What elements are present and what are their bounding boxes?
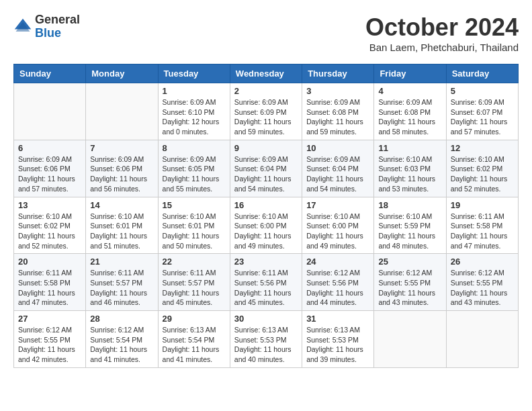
day-number: 16 [234, 200, 298, 210]
logo-icon [13, 17, 32, 36]
calendar-cell: 14Sunrise: 6:10 AM Sunset: 6:01 PM Dayli… [86, 197, 158, 254]
day-info: Sunrise: 6:10 AM Sunset: 5:59 PM Dayligh… [378, 212, 441, 251]
day-number: 14 [90, 200, 153, 210]
calendar-cell: 5Sunrise: 6:09 AM Sunset: 6:07 PM Daylig… [446, 83, 518, 140]
day-info: Sunrise: 6:12 AM Sunset: 5:55 PM Dayligh… [18, 325, 81, 365]
calendar-cell: 16Sunrise: 6:10 AM Sunset: 6:00 PM Dayli… [230, 197, 302, 254]
calendar-cell: 23Sunrise: 6:11 AM Sunset: 5:56 PM Dayli… [230, 254, 302, 311]
day-info: Sunrise: 6:11 AM Sunset: 5:57 PM Dayligh… [90, 268, 153, 308]
day-info: Sunrise: 6:09 AM Sunset: 6:08 PM Dayligh… [378, 97, 441, 137]
weekday-header-saturday: Saturday [446, 64, 518, 83]
day-info: Sunrise: 6:11 AM Sunset: 5:58 PM Dayligh… [18, 268, 81, 308]
calendar-cell: 2Sunrise: 6:09 AM Sunset: 6:09 PM Daylig… [230, 83, 302, 140]
calendar-cell: 15Sunrise: 6:10 AM Sunset: 6:01 PM Dayli… [158, 197, 230, 254]
day-number: 24 [306, 257, 369, 267]
day-number: 2 [234, 86, 298, 96]
calendar-cell: 17Sunrise: 6:10 AM Sunset: 6:00 PM Dayli… [302, 197, 374, 254]
day-info: Sunrise: 6:12 AM Sunset: 5:56 PM Dayligh… [306, 268, 369, 308]
calendar-cell: 22Sunrise: 6:11 AM Sunset: 5:57 PM Dayli… [158, 254, 230, 311]
calendar-cell: 12Sunrise: 6:10 AM Sunset: 6:02 PM Dayli… [446, 140, 518, 197]
calendar-cell: 29Sunrise: 6:13 AM Sunset: 5:54 PM Dayli… [158, 311, 230, 368]
day-number: 27 [18, 314, 81, 324]
calendar-cell: 21Sunrise: 6:11 AM Sunset: 5:57 PM Dayli… [86, 254, 158, 311]
weekday-header-sunday: Sunday [14, 64, 86, 83]
calendar-week-row: 6Sunrise: 6:09 AM Sunset: 6:06 PM Daylig… [14, 140, 519, 197]
logo: General Blue [13, 13, 80, 40]
day-info: Sunrise: 6:13 AM Sunset: 5:53 PM Dayligh… [234, 325, 298, 365]
day-number: 25 [378, 257, 441, 267]
calendar-cell [446, 311, 518, 368]
month-title: October 2024 [365, 13, 519, 42]
page-header: General Blue October 2024 Ban Laem, Phet… [13, 13, 519, 53]
day-number: 19 [451, 200, 514, 210]
calendar-week-row: 27Sunrise: 6:12 AM Sunset: 5:55 PM Dayli… [14, 311, 519, 368]
calendar-cell: 3Sunrise: 6:09 AM Sunset: 6:08 PM Daylig… [302, 83, 374, 140]
day-number: 15 [163, 200, 226, 210]
calendar-cell: 4Sunrise: 6:09 AM Sunset: 6:08 PM Daylig… [374, 83, 446, 140]
day-number: 30 [234, 314, 298, 324]
day-info: Sunrise: 6:09 AM Sunset: 6:05 PM Dayligh… [163, 154, 226, 194]
title-block: October 2024 Ban Laem, Phetchaburi, Thai… [365, 13, 519, 53]
day-number: 28 [90, 314, 153, 324]
calendar-cell: 18Sunrise: 6:10 AM Sunset: 5:59 PM Dayli… [374, 197, 446, 254]
day-info: Sunrise: 6:09 AM Sunset: 6:04 PM Dayligh… [234, 154, 298, 194]
calendar-cell: 30Sunrise: 6:13 AM Sunset: 5:53 PM Dayli… [230, 311, 302, 368]
calendar-cell: 9Sunrise: 6:09 AM Sunset: 6:04 PM Daylig… [230, 140, 302, 197]
day-number: 22 [163, 257, 226, 267]
day-number: 7 [90, 143, 153, 153]
day-number: 12 [451, 143, 514, 153]
calendar-table: SundayMondayTuesdayWednesdayThursdayFrid… [13, 64, 519, 368]
calendar-cell [374, 311, 446, 368]
calendar-week-row: 1Sunrise: 6:09 AM Sunset: 6:10 PM Daylig… [14, 83, 519, 140]
calendar-cell: 20Sunrise: 6:11 AM Sunset: 5:58 PM Dayli… [14, 254, 86, 311]
day-number: 18 [378, 200, 441, 210]
day-number: 23 [234, 257, 298, 267]
day-info: Sunrise: 6:09 AM Sunset: 6:09 PM Dayligh… [234, 97, 298, 137]
day-info: Sunrise: 6:11 AM Sunset: 5:57 PM Dayligh… [163, 268, 226, 308]
weekday-header-wednesday: Wednesday [230, 64, 302, 83]
location-subtitle: Ban Laem, Phetchaburi, Thailand [365, 42, 519, 53]
calendar-cell: 24Sunrise: 6:12 AM Sunset: 5:56 PM Dayli… [302, 254, 374, 311]
calendar-cell: 28Sunrise: 6:12 AM Sunset: 5:54 PM Dayli… [86, 311, 158, 368]
calendar-cell: 31Sunrise: 6:13 AM Sunset: 5:53 PM Dayli… [302, 311, 374, 368]
day-info: Sunrise: 6:10 AM Sunset: 6:01 PM Dayligh… [90, 212, 153, 251]
calendar-cell: 10Sunrise: 6:09 AM Sunset: 6:04 PM Dayli… [302, 140, 374, 197]
day-number: 10 [306, 143, 369, 153]
calendar-cell: 19Sunrise: 6:11 AM Sunset: 5:58 PM Dayli… [446, 197, 518, 254]
day-number: 20 [18, 257, 81, 267]
calendar-week-row: 20Sunrise: 6:11 AM Sunset: 5:58 PM Dayli… [14, 254, 519, 311]
day-number: 26 [451, 257, 514, 267]
day-number: 17 [306, 200, 369, 210]
calendar-cell: 25Sunrise: 6:12 AM Sunset: 5:55 PM Dayli… [374, 254, 446, 311]
day-number: 1 [163, 86, 226, 96]
day-info: Sunrise: 6:09 AM Sunset: 6:10 PM Dayligh… [163, 97, 226, 137]
day-info: Sunrise: 6:09 AM Sunset: 6:04 PM Dayligh… [306, 154, 369, 194]
day-number: 29 [163, 314, 226, 324]
weekday-header-monday: Monday [86, 64, 158, 83]
day-info: Sunrise: 6:09 AM Sunset: 6:06 PM Dayligh… [90, 154, 153, 194]
calendar-cell: 7Sunrise: 6:09 AM Sunset: 6:06 PM Daylig… [86, 140, 158, 197]
calendar-cell: 6Sunrise: 6:09 AM Sunset: 6:06 PM Daylig… [14, 140, 86, 197]
day-info: Sunrise: 6:09 AM Sunset: 6:06 PM Dayligh… [18, 154, 81, 194]
day-info: Sunrise: 6:11 AM Sunset: 5:56 PM Dayligh… [234, 268, 298, 308]
day-number: 9 [234, 143, 298, 153]
day-number: 13 [18, 200, 81, 210]
day-info: Sunrise: 6:09 AM Sunset: 6:08 PM Dayligh… [306, 97, 369, 137]
calendar-cell: 13Sunrise: 6:10 AM Sunset: 6:02 PM Dayli… [14, 197, 86, 254]
day-number: 3 [306, 86, 369, 96]
day-info: Sunrise: 6:10 AM Sunset: 6:02 PM Dayligh… [18, 212, 81, 251]
day-info: Sunrise: 6:13 AM Sunset: 5:53 PM Dayligh… [306, 325, 369, 365]
day-info: Sunrise: 6:09 AM Sunset: 6:07 PM Dayligh… [451, 97, 514, 137]
day-info: Sunrise: 6:12 AM Sunset: 5:54 PM Dayligh… [90, 325, 153, 365]
calendar-cell: 1Sunrise: 6:09 AM Sunset: 6:10 PM Daylig… [158, 83, 230, 140]
weekday-header-thursday: Thursday [302, 64, 374, 83]
calendar-cell [14, 83, 86, 140]
calendar-cell: 26Sunrise: 6:12 AM Sunset: 5:55 PM Dayli… [446, 254, 518, 311]
calendar-cell [86, 83, 158, 140]
day-number: 21 [90, 257, 153, 267]
day-info: Sunrise: 6:10 AM Sunset: 6:02 PM Dayligh… [451, 154, 514, 194]
day-info: Sunrise: 6:13 AM Sunset: 5:54 PM Dayligh… [163, 325, 226, 365]
day-number: 5 [451, 86, 514, 96]
day-info: Sunrise: 6:10 AM Sunset: 6:00 PM Dayligh… [306, 212, 369, 251]
logo-blue-text: Blue [35, 27, 80, 40]
